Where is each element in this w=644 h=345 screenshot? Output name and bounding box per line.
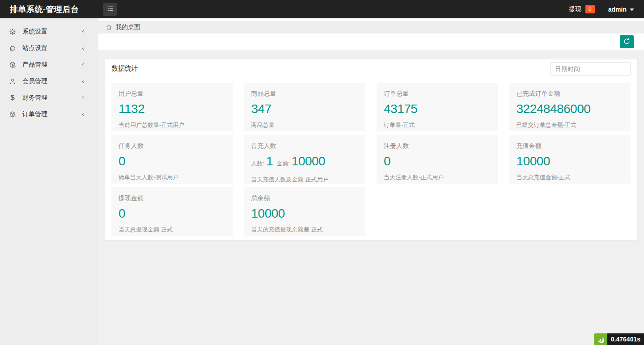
refresh-button[interactable] <box>620 35 634 48</box>
dollar-icon: $ <box>9 94 16 101</box>
stat-card-title: 订单总量 <box>384 90 491 98</box>
stat-card-value: 0 <box>119 207 226 220</box>
chevron-left-icon <box>80 46 86 51</box>
trace-bar: 0.476401s <box>594 333 644 345</box>
sidebar-item-site-settings[interactable]: 站点设置 <box>0 40 98 56</box>
site-globe-icon <box>9 45 16 52</box>
refresh-icon <box>623 38 631 46</box>
sidebar-item-system-settings[interactable]: 系统设置 <box>0 23 98 40</box>
header: 排单系统-管理后台 提现 0 admin <box>0 0 644 18</box>
sidebar-item-label: 产品管理 <box>22 61 80 69</box>
stat-card-desc: 已提交订单总金额-正式 <box>517 121 624 129</box>
stat-card-desc: 当天充值人数及金额-正式用户 <box>251 176 359 184</box>
stat-card-registered-users: 注册人数 0 当天注册人数-正式用户 <box>377 135 498 184</box>
panel-title: 数据统计 <box>111 64 138 73</box>
stat-card-value: 43175 <box>384 102 491 116</box>
stat-card-title: 充值金额 <box>517 142 624 150</box>
gear-icon <box>9 28 16 35</box>
stat-card-desc: 当前用户总数量-正式用户 <box>119 121 226 129</box>
cube-icon <box>9 61 16 68</box>
stat-card-value: 32248486000 <box>517 102 624 116</box>
first-charge-count-value: 1 <box>266 155 273 168</box>
stats-panel-header: 数据统计 <box>105 59 637 78</box>
app-title: 排单系统-管理后台 <box>0 4 98 15</box>
stat-card-value: 10000 <box>517 155 624 168</box>
stat-card-desc: 当天注册人数-正式用户 <box>384 173 491 181</box>
stat-card-title: 已完成订单金额 <box>517 90 624 98</box>
sidebar: 系统设置 站点设置 产品管理 <box>0 18 98 345</box>
stat-card-desc: 商品总量 <box>251 121 359 129</box>
first-charge-count-label: 人数: <box>251 157 265 170</box>
stat-card-desc: 订单量-正式 <box>384 121 491 129</box>
stat-card-desc: 当天总充值金额-正式 <box>517 173 624 181</box>
stat-card-total-balance: 总余额 10000 当天的充值提现余额差-正式 <box>244 187 366 236</box>
chevron-left-icon <box>80 112 86 117</box>
stat-card-value: 347 <box>251 102 359 116</box>
stat-card-title: 商品总量 <box>251 90 359 98</box>
chevron-left-icon <box>80 95 86 101</box>
user-dropdown[interactable]: admin <box>608 6 634 13</box>
stat-card-value: 1132 <box>119 102 226 116</box>
stat-card-title: 提现金额 <box>119 194 226 202</box>
chevron-left-icon <box>80 79 86 84</box>
stat-card-first-charge: 首充人数 人数: 1 金额: 10000 当天充值人数及金额-正式用户 <box>244 135 366 184</box>
stat-card-withdraw-amount: 提现金额 0 当天总提现金额-正式 <box>111 187 233 236</box>
stat-card-recharge-amount: 充值金额 10000 当天总充值金额-正式 <box>509 135 631 184</box>
sidebar-item-label: 站点设置 <box>22 44 80 52</box>
page-body: 数据统计 用户总量 1132 当前用户总数量-正式用户 商品总量 347 商品总… <box>98 50 644 345</box>
user-icon <box>9 78 16 85</box>
date-input[interactable] <box>550 62 631 76</box>
withdraw-link[interactable]: 提现 0 <box>569 5 595 13</box>
stat-card-value: 人数: 1 金额: 10000 <box>251 155 359 170</box>
chevron-left-icon <box>80 29 86 34</box>
first-charge-amount-label: 金额: <box>276 157 290 170</box>
stat-card-title: 用户总量 <box>119 90 226 98</box>
list-menu-icon <box>106 5 114 14</box>
stat-card-desc: 当天总提现金额-正式 <box>119 226 226 234</box>
stat-card-value: 10000 <box>251 207 359 220</box>
stat-card-desc: 当天的充值提现余额差-正式 <box>251 226 359 234</box>
home-icon <box>106 24 112 30</box>
stat-card-products-total: 商品总量 347 商品总量 <box>244 83 366 131</box>
sidebar-toggle-button[interactable] <box>103 3 117 16</box>
stats-card-grid: 用户总量 1132 当前用户总数量-正式用户 商品总量 347 商品总量 订单总… <box>105 78 637 240</box>
main-content: 我的桌面 数据统计 用户总量 1132 <box>98 18 644 345</box>
chevron-left-icon <box>80 62 86 67</box>
sidebar-item-label: 会员管理 <box>22 77 80 85</box>
header-right: 提现 0 admin <box>569 5 644 13</box>
stat-card-title: 任务人数 <box>119 142 226 150</box>
stat-card-desc: 做单当天人数-测试用户 <box>119 173 226 181</box>
withdraw-label: 提现 <box>569 5 581 13</box>
stat-card-task-users: 任务人数 0 做单当天人数-测试用户 <box>111 135 233 184</box>
username: admin <box>608 6 627 13</box>
stats-panel: 数据统计 用户总量 1132 当前用户总数量-正式用户 商品总量 347 商品总… <box>105 59 637 240</box>
breadcrumb-label: 我的桌面 <box>115 23 140 31</box>
stat-card-value: 0 <box>384 155 491 168</box>
thinkphp-logo-icon[interactable] <box>594 333 607 345</box>
stat-card-title: 首充人数 <box>251 142 359 150</box>
stat-card-users-total: 用户总量 1132 当前用户总数量-正式用户 <box>111 83 233 131</box>
stat-card-completed-order-amount: 已完成订单金额 32248486000 已提交订单总金额-正式 <box>509 83 631 131</box>
stat-card-value: 0 <box>119 155 226 168</box>
sidebar-item-label: 财务管理 <box>22 94 80 102</box>
first-charge-amount-value: 10000 <box>292 155 325 168</box>
sidebar-item-label: 系统设置 <box>22 28 80 36</box>
sidebar-item-order-management[interactable]: 订单管理 <box>0 106 98 122</box>
stat-card-title: 注册人数 <box>384 142 491 150</box>
sidebar-item-label: 订单管理 <box>22 110 80 118</box>
sidebar-item-product-management[interactable]: 产品管理 <box>0 56 98 73</box>
caret-down-icon <box>630 8 634 11</box>
trace-time: 0.476401s <box>607 333 644 345</box>
tab-bar <box>98 34 644 50</box>
sidebar-item-member-management[interactable]: 会员管理 <box>0 73 98 89</box>
content-top: 我的桌面 <box>98 18 644 50</box>
stat-card-orders-total: 订单总量 43175 订单量-正式 <box>377 83 498 131</box>
withdraw-count-badge: 0 <box>585 5 595 13</box>
breadcrumb: 我的桌面 <box>98 21 644 34</box>
stat-card-title: 总余额 <box>251 194 359 202</box>
sidebar-item-finance-management[interactable]: $ 财务管理 <box>0 89 98 106</box>
cube-icon <box>9 111 16 118</box>
